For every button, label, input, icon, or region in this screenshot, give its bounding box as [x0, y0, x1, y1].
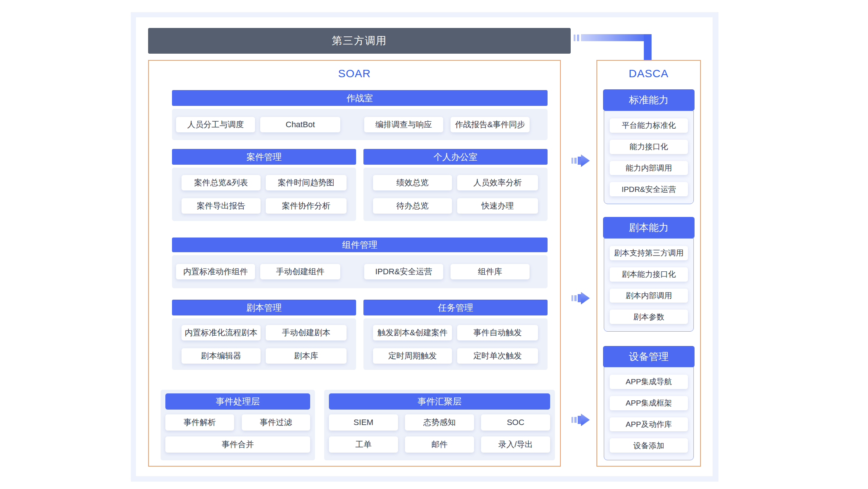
node-timed-periodic-trigger: 定时周期触发: [373, 348, 452, 364]
node-timed-single-trigger: 定时单次触发: [457, 348, 538, 364]
node-platform-capability-standardization: 平台能力标准化: [610, 118, 688, 133]
group-header-standard-capability: 标准能力: [603, 89, 695, 111]
group-body-playbook-capability: 剧本支持第三方调用 剧本能力接口化 剧本内部调用 剧本参数: [604, 238, 694, 332]
section-panel-personal-office: 绩效总览 人员效率分析 待办总览 快速办理: [363, 168, 548, 221]
section-header-event-processing-layer: 事件处理层: [165, 393, 310, 410]
arrow-head-right-icon: [581, 414, 590, 426]
arrow-head-right-icon: [581, 154, 590, 167]
node-case-time-trend: 案件时间趋势图: [266, 175, 347, 190]
arrow-dash-icon: [571, 158, 573, 164]
node-playbook-parameters: 剧本参数: [610, 310, 688, 324]
node-builtin-standard-action-components: 内置标准动作组件: [176, 264, 255, 279]
node-builtin-standardized-playbook: 内置标准化流程剧本: [182, 325, 261, 340]
section-panel-event-aggregation-layer: 事件汇聚层 SIEM 态势感知 SOC 工单 邮件 录入/导出: [324, 390, 555, 460]
arrow-shaft-icon: [581, 34, 652, 41]
arrow-stem-icon: [578, 416, 581, 424]
soar-to-dasca-arrow-icon: [571, 292, 590, 304]
node-manual-create-playbook: 手动创建剧本: [266, 325, 347, 340]
dasca-box: DASCA 标准能力 平台能力标准化 能力接口化 能力内部调用 IPDR&安全运…: [596, 60, 701, 467]
node-case-overview-list: 案件总览&列表: [182, 175, 261, 190]
node-staff-efficiency-analysis: 人员效率分析: [457, 175, 538, 190]
node-playbook-third-party-call: 剧本支持第三方调用: [610, 246, 688, 260]
group-body-standard-capability: 平台能力标准化 能力接口化 能力内部调用 IPDR&安全运营: [604, 111, 694, 204]
third-party-banner-label: 第三方调用: [332, 34, 387, 48]
node-app-action-library: APP及动作库: [610, 417, 688, 432]
node-mail: 邮件: [405, 436, 474, 453]
node-entry-export: 录入/导出: [481, 436, 550, 453]
arrow-stem-icon: [578, 157, 581, 165]
section-panel-case-management: 案件总览&列表 案件时间趋势图 案件导出报告 案件协作分析: [172, 168, 356, 221]
arrow-dash-icon: [571, 417, 573, 423]
arrow-dash-icon: [574, 158, 577, 164]
section-panel-event-processing-layer: 事件处理层 事件解析 事件过滤 事件合并: [161, 390, 315, 460]
section-panel-component-management: 内置标准动作组件 手动创建组件 IPDR&安全运营 组件库: [172, 255, 548, 288]
arrow-dash-icon: [571, 295, 573, 301]
soar-to-dasca-arrow-icon: [571, 414, 590, 426]
section-panel-playbook-management: 内置标准化流程剧本 手动创建剧本 剧本编辑器 剧本库: [172, 318, 356, 370]
node-soc: SOC: [481, 414, 550, 431]
node-orchestrated-investigation: 编排调查与响应: [364, 117, 443, 132]
node-manual-create-component: 手动创建组件: [260, 264, 340, 279]
node-todo-overview: 待办总览: [373, 198, 452, 214]
group-body-device-management: APP集成导航 APP集成框架 APP及动作库 设备添加: [604, 367, 694, 460]
event-processing-grid: 事件解析 事件过滤 事件合并: [165, 414, 310, 453]
diagram-canvas: 第三方调用 SOAR 作战室 人员分工与调度 ChatBot 编排调查与响应 作…: [136, 17, 713, 476]
soar-box: SOAR 作战室 人员分工与调度 ChatBot 编排调查与响应 作战报告&事件…: [148, 60, 561, 467]
group-header-device-management: 设备管理: [603, 346, 695, 367]
section-header-task-management: 任务管理: [363, 300, 548, 315]
diagram-frame: 第三方调用 SOAR 作战室 人员分工与调度 ChatBot 编排调查与响应 作…: [131, 12, 718, 482]
node-case-export-report: 案件导出报告: [182, 198, 261, 214]
arrow-dash-icon: [574, 417, 577, 423]
section-header-war-room: 作战室: [172, 90, 548, 106]
node-ipdr-security-ops: IPDR&安全运营: [364, 264, 443, 279]
node-device-add: 设备添加: [610, 438, 688, 453]
node-siem: SIEM: [329, 414, 398, 431]
section-header-event-aggregation-layer: 事件汇聚层: [329, 393, 550, 410]
arrow-head-right-icon: [581, 292, 590, 304]
node-playbook-internal-call: 剧本内部调用: [610, 289, 688, 303]
node-personnel-dispatch: 人员分工与调度: [176, 117, 255, 132]
node-case-collaboration-analysis: 案件协作分析: [266, 198, 347, 214]
node-performance-overview: 绩效总览: [373, 175, 452, 190]
event-aggregation-grid: SIEM 态势感知 SOC 工单 邮件 录入/导出: [329, 414, 550, 453]
node-capability-internal-call: 能力内部调用: [610, 161, 688, 175]
node-quick-handle: 快速办理: [457, 198, 538, 214]
node-battle-report-sync: 作战报告&事件同步: [451, 117, 530, 132]
node-event-filtering: 事件过滤: [242, 414, 311, 431]
node-event-merging: 事件合并: [165, 436, 310, 453]
soar-to-dasca-arrow-icon: [571, 154, 590, 167]
arrow-dash-icon: [574, 295, 577, 301]
node-trigger-playbook-create-case: 触发剧本&创建案件: [373, 325, 452, 340]
node-capability-interface: 能力接口化: [610, 140, 688, 154]
node-work-order: 工单: [329, 436, 398, 453]
soar-title: SOAR: [149, 67, 560, 80]
dasca-title: DASCA: [597, 67, 700, 80]
section-panel-task-management: 触发剧本&创建案件 事件自动触发 定时周期触发 定时单次触发: [363, 318, 548, 370]
arrow-dash-icon: [574, 35, 575, 41]
group-header-playbook-capability: 剧本能力: [603, 217, 695, 238]
section-header-case-management: 案件管理: [172, 149, 356, 165]
arrow-stem-icon: [578, 294, 581, 302]
node-app-integration-navigation: APP集成导航: [610, 375, 688, 389]
section-header-component-management: 组件管理: [172, 238, 548, 252]
node-app-integration-framework: APP集成框架: [610, 396, 688, 410]
node-component-library: 组件库: [451, 264, 530, 279]
node-ipdr-security-ops-dasca: IPDR&安全运营: [610, 182, 688, 196]
node-event-parsing: 事件解析: [165, 414, 234, 431]
node-playbook-library: 剧本库: [266, 348, 347, 364]
node-chatbot: ChatBot: [260, 117, 340, 132]
section-header-personal-office: 个人办公室: [363, 149, 548, 165]
node-situation-awareness: 态势感知: [405, 414, 474, 431]
node-playbook-capability-interface: 剧本能力接口化: [610, 267, 688, 282]
section-panel-war-room: 人员分工与调度 ChatBot 编排调查与响应 作战报告&事件同步: [172, 109, 548, 140]
section-header-playbook-management: 剧本管理: [172, 300, 356, 315]
node-event-auto-trigger: 事件自动触发: [457, 325, 538, 340]
arrow-dash-icon: [577, 35, 579, 41]
node-playbook-editor: 剧本编辑器: [182, 348, 261, 364]
third-party-banner: 第三方调用: [148, 28, 571, 54]
